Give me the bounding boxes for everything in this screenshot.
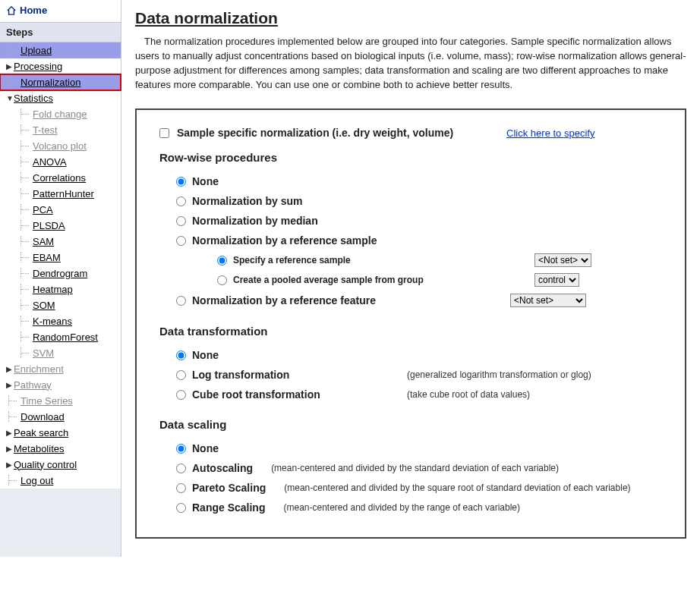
sidebar-item-randomforest[interactable]: RandomForest: [0, 329, 121, 345]
normalization-panel: Sample specific normalization (i.e. dry …: [135, 108, 686, 539]
sidebar-item-ttest[interactable]: T-test: [0, 122, 121, 138]
sidebar-item-normalization[interactable]: Normalization: [0, 74, 121, 90]
sidebar-item-label: Heatmap: [33, 284, 73, 295]
sidebar-item-plsda[interactable]: PLSDA: [0, 218, 121, 234]
sidebar-item-label: PCA: [33, 204, 53, 215]
home-icon: [6, 6, 17, 15]
refsample-subgroup: Specify a reference sample <Not set> Cre…: [217, 250, 662, 290]
ref-feature-select[interactable]: <Not set>: [510, 294, 586, 307]
rowwise-title: Row-wise procedures: [159, 151, 662, 164]
home-link[interactable]: Home: [6, 5, 47, 16]
triangle-down-icon: ▼: [6, 94, 14, 102]
group-select[interactable]: control: [534, 273, 579, 287]
sidebar-item-logout[interactable]: Log out: [0, 473, 121, 489]
sidebar-item-enrichment[interactable]: ▶Enrichment: [0, 361, 121, 377]
scaling-auto-radio[interactable]: [176, 464, 186, 473]
radio-label: Normalization by a reference sample: [192, 234, 377, 247]
scaling-pareto-radio[interactable]: [176, 483, 186, 493]
sidebar-item-qualitycontrol[interactable]: ▶Quality control: [0, 457, 121, 473]
sample-specific-label: Sample specific normalization (i.e. dry …: [177, 127, 453, 139]
scaling-range-radio[interactable]: [176, 503, 186, 513]
sidebar-item-label: Volcano plot: [33, 140, 87, 152]
sidebar-item-pathway[interactable]: ▶Pathway: [0, 377, 121, 393]
rowwise-none-radio[interactable]: [176, 177, 186, 187]
radio-label: Range Scaling: [192, 501, 265, 514]
radio-label: Normalization by median: [192, 215, 318, 227]
sidebar-item-processing[interactable]: ▶Processing: [0, 58, 121, 74]
triangle-right-icon: ▶: [6, 62, 14, 71]
rowwise-sum-radio[interactable]: [176, 196, 186, 206]
transform-group: None Log transformation (generalized log…: [176, 345, 662, 404]
sidebar-item-label: T-test: [33, 124, 58, 136]
scaling-none-radio[interactable]: [176, 444, 186, 454]
nav-tree: Upload ▶Processing Normalization ▼Statis…: [0, 42, 121, 489]
rowwise-reffeature-radio[interactable]: [176, 296, 186, 306]
sidebar-item-kmeans[interactable]: K-means: [0, 313, 121, 329]
sidebar-item-label: Metabolites: [14, 443, 64, 454]
sidebar-item-label: Statistics: [14, 93, 53, 104]
sidebar-item-heatmap[interactable]: Heatmap: [0, 281, 121, 297]
sidebar-item-label: Enrichment: [14, 363, 64, 375]
sidebar-item-svm[interactable]: SVM: [0, 345, 121, 361]
scaling-group: None Autoscaling (mean-centered and divi…: [176, 438, 662, 517]
sidebar-item-dendrogram[interactable]: Dendrogram: [0, 266, 121, 281]
rowwise-sum-row: Normalization by sum: [176, 191, 662, 211]
transform-none-row: None: [176, 345, 662, 365]
sidebar-item-volcano[interactable]: Volcano plot: [0, 138, 121, 154]
sidebar-item-label: Download: [20, 411, 65, 423]
sidebar-item-anova[interactable]: ANOVA: [0, 154, 121, 170]
sidebar-item-label: PatternHunter: [33, 188, 94, 200]
sidebar-item-label: Normalization: [20, 77, 80, 88]
sidebar-item-fold-change[interactable]: Fold change: [0, 106, 121, 122]
rowwise-refsample-radio[interactable]: [176, 236, 186, 246]
transform-none-radio[interactable]: [176, 350, 186, 360]
sidebar-item-label: Time Series: [20, 395, 73, 407]
radio-label: Autoscaling: [192, 462, 253, 474]
hint-text: (mean-centered and divided by the square…: [284, 482, 630, 493]
sidebar-item-timeseries[interactable]: Time Series: [0, 393, 121, 409]
hint-text: (generalized logarithm transformation or…: [407, 369, 591, 380]
sample-specific-checkbox[interactable]: [159, 128, 169, 138]
sidebar-item-pca[interactable]: PCA: [0, 202, 121, 218]
sidebar-item-patternhunter[interactable]: PatternHunter: [0, 186, 121, 202]
radio-label: Cube root transformation: [192, 388, 320, 401]
transform-cube-row: Cube root transformation (take cube root…: [176, 385, 662, 404]
transform-cube-radio[interactable]: [176, 390, 186, 400]
radio-label: None: [192, 442, 219, 454]
ref-sample-select[interactable]: <Not set>: [534, 253, 591, 267]
triangle-right-icon: ▶: [6, 365, 14, 373]
scaling-none-row: None: [176, 438, 662, 458]
sidebar-item-label: EBAM: [33, 252, 61, 263]
intro-text: The normalization procedures implemented…: [135, 35, 686, 92]
transform-log-row: Log transformation (generalized logarith…: [176, 365, 662, 385]
specify-ref-radio[interactable]: [217, 256, 227, 266]
radio-label: Normalization by a reference feature: [192, 294, 376, 306]
triangle-right-icon: ▶: [6, 460, 14, 469]
radio-label: Create a pooled average sample from grou…: [233, 275, 424, 285]
sidebar-item-label: Upload: [20, 45, 52, 56]
specify-link[interactable]: Click here to specify: [506, 127, 594, 139]
sidebar-item-label: RandomForest: [33, 332, 98, 343]
sidebar-item-som[interactable]: SOM: [0, 297, 121, 313]
radio-label: Specify a reference sample: [233, 255, 351, 266]
sidebar-item-sam[interactable]: SAM: [0, 234, 121, 250]
sidebar-item-upload[interactable]: Upload: [0, 42, 121, 58]
sidebar-item-ebam[interactable]: EBAM: [0, 250, 121, 266]
rowwise-median-radio[interactable]: [176, 216, 186, 226]
sidebar-item-statistics[interactable]: ▼Statistics: [0, 90, 121, 106]
rowwise-group: None Normalization by sum Normalization …: [176, 171, 662, 311]
sidebar-item-download[interactable]: Download: [0, 409, 121, 425]
transform-log-radio[interactable]: [176, 370, 186, 380]
main-content: Data normalization The normalization pro…: [121, 0, 700, 557]
sidebar-item-label: Quality control: [14, 459, 77, 470]
sidebar-item-metabolites[interactable]: ▶Metabolites: [0, 441, 121, 457]
home-row: Home: [0, 0, 121, 23]
pooled-avg-radio[interactable]: [217, 275, 227, 285]
sidebar-item-label: K-means: [33, 316, 72, 327]
triangle-right-icon: ▶: [6, 381, 14, 389]
sidebar-item-correlations[interactable]: Correlations: [0, 170, 121, 186]
sidebar-item-label: ANOVA: [33, 156, 67, 168]
rowwise-median-row: Normalization by median: [176, 211, 662, 231]
sidebar-item-label: Peak search: [14, 427, 68, 438]
sidebar-item-peaksearch[interactable]: ▶Peak search: [0, 425, 121, 441]
